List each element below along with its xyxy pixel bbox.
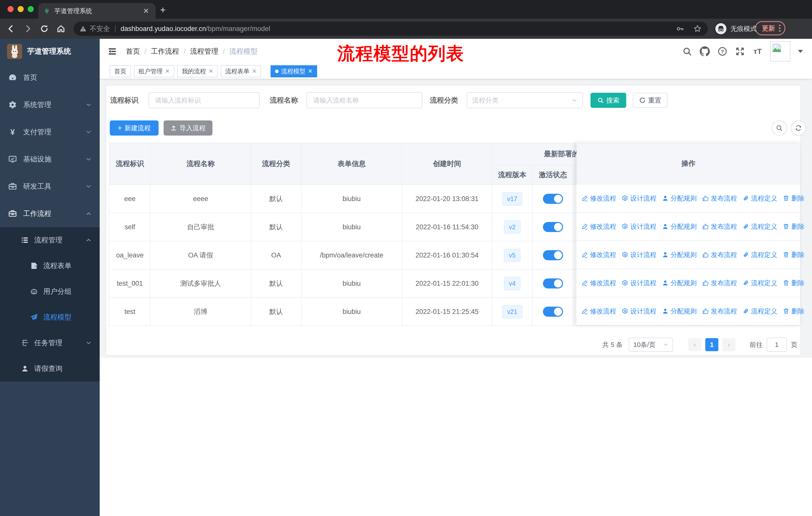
cell-process-name-link[interactable]: 自己审批 <box>150 213 251 241</box>
delete-action[interactable]: 删除 <box>783 307 805 316</box>
design-process-action[interactable]: 设计流程 <box>622 250 657 259</box>
publish-process-action[interactable]: 发布流程 <box>702 250 737 259</box>
active-status-toggle[interactable] <box>543 307 563 317</box>
security-warning[interactable]: 不安全 <box>80 24 110 33</box>
edit-process-action[interactable]: 修改流程 <box>581 307 616 316</box>
assign-rule-action[interactable]: 分配规则 <box>662 279 697 288</box>
publish-process-action[interactable]: 发布流程 <box>702 222 737 231</box>
breadcrumb-workflow[interactable]: 工作流程 <box>151 47 179 56</box>
tag-tenant[interactable]: 租户管理✕ <box>134 65 174 77</box>
sidebar-item-task-mgmt[interactable]: 任务管理 <box>0 330 100 356</box>
process-definition-action[interactable]: 流程定义 <box>743 279 777 288</box>
design-process-action[interactable]: 设计流程 <box>622 279 657 288</box>
zoom-window-button[interactable] <box>28 6 34 12</box>
reset-button[interactable]: 重置 <box>633 93 668 108</box>
sidebar-item-system[interactable]: 系统管理 <box>0 91 100 118</box>
publish-process-action[interactable]: 发布流程 <box>702 194 737 203</box>
breadcrumb-home[interactable]: 首页 <box>126 47 140 56</box>
cell-process-name-link[interactable]: eeee <box>150 185 251 213</box>
version-badge[interactable]: v21 <box>502 305 522 319</box>
search-icon[interactable] <box>682 46 692 56</box>
active-status-toggle[interactable] <box>543 194 563 204</box>
process-definition-action[interactable]: 流程定义 <box>743 222 777 231</box>
new-tab-button[interactable]: + <box>160 4 166 16</box>
help-icon[interactable]: ? <box>717 46 727 56</box>
search-button[interactable]: 搜索 <box>590 93 626 108</box>
design-process-action[interactable]: 设计流程 <box>622 307 657 316</box>
forward-icon[interactable] <box>23 24 33 34</box>
version-badge[interactable]: v5 <box>504 249 521 262</box>
browser-tab[interactable]: 芋道管理系统 ✕ <box>38 3 155 19</box>
sidebar-item-process-model[interactable]: 流程模型 <box>0 304 100 330</box>
sidebar-item-infra[interactable]: 基础设施 <box>0 146 100 173</box>
sidebar-item-process-form[interactable]: 流程表单 <box>0 253 100 279</box>
delete-action[interactable]: 删除 <box>783 250 805 259</box>
sidebar-item-devtools[interactable]: 研发工具 <box>0 173 100 200</box>
process-definition-action[interactable]: 流程定义 <box>743 194 777 203</box>
prev-page-button[interactable]: ‹ <box>688 338 701 351</box>
active-status-toggle[interactable] <box>543 250 563 260</box>
tab-close-icon[interactable]: ✕ <box>142 7 150 15</box>
version-badge[interactable]: v2 <box>504 220 521 234</box>
breadcrumb-process-mgmt[interactable]: 流程管理 <box>190 47 219 56</box>
tag-my-process[interactable]: 我的流程✕ <box>177 65 218 77</box>
tag-close-icon[interactable]: ✕ <box>208 68 213 75</box>
cell-form-link[interactable]: biubiu <box>301 269 402 298</box>
filter-name-input[interactable] <box>307 92 423 108</box>
cell-process-name-link[interactable]: OA 请假 <box>150 241 251 269</box>
sidebar-item-process-mgmt[interactable]: 流程管理 <box>0 227 100 253</box>
reload-icon[interactable] <box>39 24 49 34</box>
process-definition-action[interactable]: 流程定义 <box>743 307 777 316</box>
publish-process-action[interactable]: 发布流程 <box>702 279 737 288</box>
url-bar[interactable]: 不安全 dashboard.yudao.iocoder.cn/bpm/manag… <box>74 22 708 36</box>
key-icon[interactable] <box>675 24 684 33</box>
cell-form-link[interactable]: biubiu <box>301 185 402 213</box>
browser-update-button[interactable]: 更新 <box>755 21 785 35</box>
bookmark-star-icon[interactable] <box>693 24 702 33</box>
active-status-toggle[interactable] <box>543 222 563 232</box>
page-size-select[interactable]: 10条/页 <box>629 337 673 352</box>
filter-category-select[interactable]: 流程分类 <box>467 92 583 108</box>
tag-process-model[interactable]: 流程模型✕ <box>270 65 317 77</box>
assign-rule-action[interactable]: 分配规则 <box>662 194 697 203</box>
fullscreen-icon[interactable] <box>735 46 745 56</box>
goto-page-input[interactable] <box>767 337 787 352</box>
cell-process-name-link[interactable]: 测试多审批人 <box>150 269 251 298</box>
assign-rule-action[interactable]: 分配规则 <box>662 250 697 259</box>
show-search-toggle-button[interactable] <box>772 120 787 136</box>
edit-process-action[interactable]: 修改流程 <box>581 194 616 203</box>
minimize-window-button[interactable] <box>18 6 24 12</box>
current-page-button[interactable]: 1 <box>705 338 718 351</box>
close-window-button[interactable] <box>7 6 13 12</box>
version-badge[interactable]: v17 <box>502 192 522 206</box>
assign-rule-action[interactable]: 分配规则 <box>662 222 697 231</box>
back-icon[interactable] <box>6 24 16 34</box>
publish-process-action[interactable]: 发布流程 <box>702 307 737 316</box>
create-process-button[interactable]: +新建流程 <box>110 120 158 136</box>
font-size-icon[interactable]: ᴛT <box>753 46 763 56</box>
cell-form-link[interactable]: biubiu <box>301 298 402 326</box>
window-controls[interactable] <box>7 6 34 12</box>
edit-process-action[interactable]: 修改流程 <box>581 250 616 259</box>
delete-action[interactable]: 删除 <box>783 194 805 203</box>
sidebar-item-payment[interactable]: ¥ 支付管理 <box>0 118 100 146</box>
sidebar-item-workflow[interactable]: 工作流程 <box>0 200 100 227</box>
sidebar-item-leave-query[interactable]: 请假查询 <box>0 356 100 381</box>
home-icon[interactable] <box>56 24 66 34</box>
tag-home[interactable]: 首页 <box>110 65 131 77</box>
tag-close-icon[interactable]: ✕ <box>165 68 170 75</box>
version-badge[interactable]: v4 <box>504 277 521 290</box>
delete-action[interactable]: 删除 <box>783 279 805 288</box>
cell-form-link[interactable]: /bpm/oa/leave/create <box>301 241 402 269</box>
edit-process-action[interactable]: 修改流程 <box>581 279 616 288</box>
refresh-table-button[interactable] <box>791 120 806 136</box>
sidebar-item-home[interactable]: 首页 <box>0 64 100 91</box>
active-status-toggle[interactable] <box>543 278 563 289</box>
assign-rule-action[interactable]: 分配规则 <box>662 307 697 316</box>
sidebar-item-user-group[interactable]: 用户分组 <box>0 279 100 304</box>
cell-form-link[interactable]: biubiu <box>301 213 402 241</box>
import-process-button[interactable]: 导入流程 <box>164 120 212 136</box>
sidebar-logo[interactable]: 芋道管理系统 <box>0 39 100 64</box>
user-avatar[interactable] <box>770 41 790 61</box>
github-icon[interactable] <box>700 46 710 56</box>
